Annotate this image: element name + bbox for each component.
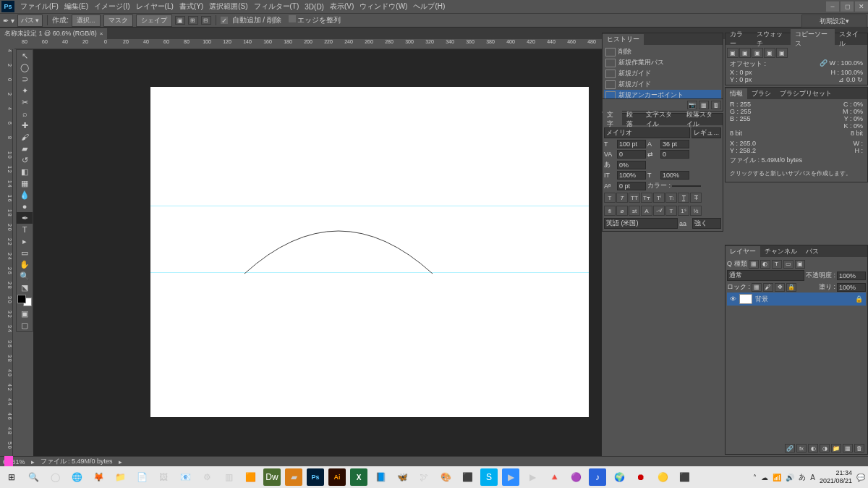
menu-file[interactable]: ファイル(F) [17,1,61,12]
menu-3d[interactable]: 3D(D) [302,3,327,11]
layer-thumb[interactable] [739,294,752,304]
app3-icon[interactable]: 🟣 [567,468,584,486]
history-item[interactable]: 新規アンカーポイント [604,90,721,98]
marquee-tool[interactable]: ◯ [17,62,33,73]
quick-mask-icon[interactable]: ▣ [17,308,33,319]
blur-tool[interactable]: 💧 [17,189,33,201]
subscript-button[interactable]: Tᵢ [665,193,677,203]
wand-tool[interactable]: ✦ [17,85,33,96]
ot-5[interactable]: 𝒜 [653,206,665,216]
close-icon[interactable]: ✕ [855,1,868,12]
paths-tab[interactable]: パス [801,246,823,257]
butterfly-icon[interactable]: 🦋 [393,468,411,486]
start-icon[interactable]: ⊞ [3,468,20,486]
italic-button[interactable]: T [616,193,628,203]
menu-type[interactable]: 書式(Y) [176,1,206,12]
filter-pixel-icon[interactable]: ▦ [749,260,759,269]
baseline-field[interactable]: 0 pt [617,182,646,190]
chrome-icon[interactable]: 🌐 [68,468,85,486]
canvas-area[interactable] [33,49,602,456]
heal-tool[interactable]: ✚ [17,119,33,131]
filter-type-icon[interactable]: T [772,260,782,269]
x-field[interactable]: 0 px [740,69,752,76]
notepad-icon[interactable]: 📄 [133,468,150,486]
char-opacity-field[interactable]: 0% [617,161,646,169]
kerning-field[interactable]: 0 [617,150,646,159]
maximize-icon[interactable]: ◻ [841,1,854,12]
align-icon[interactable]: ⊞ [188,16,198,25]
menu-help[interactable]: ヘルプ(H) [410,1,448,12]
underline-button[interactable]: T̲ [678,193,689,203]
trash-icon[interactable]: 🗑 [711,101,721,109]
lang-dropdown[interactable]: 英語 (米国) [604,218,678,229]
firefox-icon[interactable]: 🦊 [90,468,107,486]
text-color-swatch[interactable] [672,185,701,187]
smallcaps-button[interactable]: Tᴛ [641,193,652,203]
link-icon[interactable]: 🔗 [820,59,827,67]
selection-button[interactable]: 選択... [72,14,101,27]
type-tool[interactable]: T [17,224,33,235]
channels-tab[interactable]: チャンネル [760,246,801,257]
brush-preset-tab[interactable]: ブラシプリセット [775,88,836,99]
menu-layer[interactable]: レイヤー(L) [133,1,176,12]
outlook-icon[interactable]: 📧 [176,468,194,486]
photos-icon[interactable]: 🖼 [155,468,172,486]
arrange-icon[interactable]: ⊟ [201,16,211,25]
path-select-tool[interactable]: ▸ [17,235,33,247]
snapshot-icon[interactable]: 📷 [687,101,697,109]
notifications-icon[interactable]: 💬 [856,474,865,481]
crop-tool[interactable]: ✂ [17,96,33,108]
trash-icon[interactable]: 🗑 [854,444,864,453]
shape-tool[interactable]: ▭ [17,247,33,258]
eye-icon[interactable]: 👁 [730,295,736,303]
lock-all-icon[interactable]: 🔒 [786,283,796,292]
char-tab[interactable]: 文字 [603,109,622,130]
ot-1[interactable]: fi [604,206,616,216]
menu-view[interactable]: 表示(V) [327,1,357,12]
history-item[interactable]: 新規作業用パス [604,57,721,68]
ot-3[interactable]: st [629,206,640,216]
para-tab[interactable]: 段落 [622,109,642,130]
dodge-tool[interactable]: ● [17,201,33,212]
lock-pixel-icon[interactable]: 🖌 [763,283,773,292]
history-item[interactable]: 削除 [604,46,721,57]
filter-adj-icon[interactable]: ◐ [760,260,770,269]
brush-tool[interactable]: 🖌 [17,131,33,143]
skype-icon[interactable]: S [480,468,498,486]
gimp-icon[interactable]: 🎨 [437,468,454,486]
menu-filter[interactable]: フィルター(T) [251,1,302,12]
thunderbird-icon[interactable]: 🕊 [415,468,433,486]
y-field[interactable]: 0 px [739,76,752,83]
reset-icon[interactable]: ↻ [857,76,863,83]
tray-up-icon[interactable]: ˄ [753,474,757,481]
ot-2[interactable]: ø [616,206,628,216]
color-tab[interactable]: カラー [726,29,752,49]
path-op-icon[interactable]: ▣ [175,16,185,25]
eyedropper-tool[interactable]: ⌕ [17,108,33,119]
font-dropdown[interactable]: メイリオ [604,127,690,138]
search-icon[interactable]: 🔍 [25,468,42,486]
layer-row[interactable]: 👁 背景 🔒 [727,293,866,306]
photoshop-icon[interactable]: Ps [307,468,324,486]
mask-icon[interactable]: ◐ [808,444,818,453]
history-brush-tool[interactable]: ↺ [17,154,33,166]
menu-edit[interactable]: 編集(E) [61,1,91,12]
ruler-vertical[interactable]: 42024681 01 21 41 61 82 02 22 42 62 83 0… [3,49,13,456]
tray-vol-icon[interactable]: 🔊 [786,474,794,481]
new-state-icon[interactable]: ▦ [699,101,709,109]
clock[interactable]: 21:34 2021/08/21 [820,469,852,485]
scale-v-field[interactable]: 100% [617,171,646,180]
dreamweaver-icon[interactable]: Dw [263,468,281,486]
link-layers-icon[interactable]: 🔗 [785,444,795,453]
music-icon[interactable]: ♪ [589,468,606,486]
group-icon[interactable]: 📁 [831,444,841,453]
canvas[interactable] [150,87,589,417]
close-tab-icon[interactable]: × [100,30,103,37]
copy-source-tab[interactable]: コピーソース [791,29,835,49]
settings-icon[interactable]: ⚙ [198,468,216,486]
w-field[interactable]: 100.0% [841,59,863,67]
edge-align-checkbox[interactable] [289,15,296,22]
document-tab[interactable]: 名称未設定 1 @ 60.6% (RGB/8) × [0,28,107,39]
move-tool[interactable]: ↖ [17,50,33,62]
menu-image[interactable]: イメージ(I) [91,1,132,12]
